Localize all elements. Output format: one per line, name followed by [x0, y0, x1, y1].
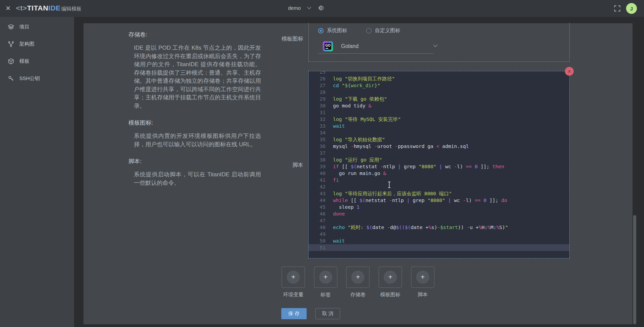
add-script-button[interactable]: +脚本 [411, 267, 434, 288]
add-box[interactable]: + [282, 267, 305, 288]
add-template-icon-button[interactable]: +模板图标 [379, 267, 402, 288]
add-storage-volume-button[interactable]: +存储卷 [346, 267, 369, 288]
line-content: sleep 1 [333, 204, 360, 210]
line-number: 36 [309, 143, 326, 150]
code-line-51[interactable]: 51 [309, 244, 569, 251]
add-box[interactable]: + [314, 267, 337, 288]
cancel-button[interactable]: 取 消 [315, 308, 340, 319]
sidebar-item-architecture[interactable]: 架构图 [0, 39, 74, 49]
code-line-48[interactable]: 48echo "耗时: $(date -d@$(($(date +%s)-$st… [309, 224, 569, 231]
gear-icon[interactable] [317, 5, 324, 11]
add-box[interactable]: + [346, 267, 369, 288]
line-number: 27 [309, 82, 326, 89]
fullscreen-icon[interactable] [614, 5, 621, 12]
code-line-30[interactable]: 30go mod tidy & [309, 102, 569, 109]
custom-icon-radio[interactable] [366, 28, 372, 33]
icon-select-value: Goland [341, 43, 359, 49]
template-icon-field-label: 模板图标 [236, 35, 303, 43]
layers-icon [8, 24, 14, 30]
plus-icon[interactable]: + [351, 271, 364, 284]
code-line-47[interactable]: 47 [309, 217, 569, 224]
sidebar-item-templates[interactable]: 模板 [0, 56, 74, 67]
code-line-26[interactable]: 26log "切换到项目工作路径" [309, 75, 569, 82]
add-button-label: 脚本 [418, 292, 428, 298]
close-icon[interactable]: ✕ [4, 5, 12, 12]
vertical-scrollbar[interactable] [633, 215, 636, 324]
script-editor[interactable]: ✕ 2526log "切换到项目工作路径"27cd "${work_dir}"2… [308, 71, 570, 258]
line-content: echo "耗时: $(date -d@$(($(date +%s)-$star… [333, 225, 508, 230]
code-line-35[interactable]: 35log "导入初始化数据" [309, 136, 569, 143]
add-labels-button[interactable]: +标签 [314, 267, 337, 288]
workspace-name[interactable]: demo [288, 5, 301, 11]
code-line-50[interactable]: 50wait [309, 237, 569, 244]
chevron-down-icon[interactable] [433, 44, 438, 47]
goland-icon: GO [323, 41, 333, 51]
code-line-37[interactable]: 37 [309, 150, 569, 156]
code-line-28[interactable]: 28 [309, 89, 569, 96]
sidebar-item-ssh-keys[interactable]: SSH公钥 [0, 73, 74, 84]
line-content: while [[ $(netstat -ntlp | grep "8080" |… [333, 198, 507, 203]
plus-icon[interactable]: + [416, 271, 429, 284]
code-line-43[interactable]: 43log "等待应用运行起来后，应该会监听 8080 端口" [309, 190, 569, 197]
line-content: mysql -hmysql -uroot -ppassword ga < adm… [333, 144, 469, 149]
system-icon-radio-label[interactable]: 系统图标 [327, 27, 347, 34]
sidebar-item-label: SSH公钥 [19, 75, 40, 82]
icon-select[interactable]: GO Goland [318, 39, 434, 54]
code-line-44[interactable]: 44while [[ $(netstat -ntlp | grep "8080"… [309, 197, 569, 204]
add-box[interactable]: + [379, 267, 402, 288]
code-area[interactable]: 2526log "切换到项目工作路径"27cd "${work_dir}"282… [309, 71, 569, 258]
line-number: 49 [309, 231, 326, 237]
logo-accent: IDE [48, 4, 61, 12]
line-number: 37 [309, 150, 326, 156]
custom-icon-radio-label[interactable]: 自定义图标 [375, 27, 400, 34]
code-line-38[interactable]: 38log "运行 go 应用" [309, 156, 569, 163]
code-line-45[interactable]: 45 sleep 1 [309, 204, 569, 210]
code-line-49[interactable]: 49 [309, 231, 569, 237]
workspace-switcher[interactable]: demo [288, 5, 324, 11]
code-line-33[interactable]: 33wait [309, 123, 569, 129]
plus-icon[interactable]: + [384, 271, 397, 284]
plus-icon[interactable]: + [319, 271, 332, 284]
line-number: 46 [309, 210, 326, 217]
code-line-31[interactable]: 31 [309, 109, 569, 116]
add-env-vars-button[interactable]: +环境变量 [282, 267, 305, 288]
help-column: 存储卷: IDE 是以 POD 工作在 K8s 节点之上的，因此开发环境内修改过… [128, 31, 261, 196]
system-icon-radio[interactable] [318, 28, 324, 33]
code-line-25[interactable]: 25 [309, 71, 569, 75]
code-line-36[interactable]: 36mysql -hmysql -uroot -ppassword ga < a… [309, 143, 569, 150]
code-line-27[interactable]: 27cd "${work_dir}" [309, 82, 569, 89]
plus-icon[interactable]: + [287, 271, 300, 284]
help-body-storage: IDE 是以 POD 工作在 K8s 节点之上的，因此开发环境内修改过文件在重启… [134, 44, 261, 110]
code-line-46[interactable]: 46done [309, 210, 569, 217]
sidebar-item-projects[interactable]: 项目 [0, 21, 74, 32]
code-line-40[interactable]: 40 go run main.go & [309, 170, 569, 177]
line-number: 48 [309, 224, 326, 231]
template-icon-field-group: 系统图标 自定义图标 GO Goland [308, 23, 570, 62]
code-line-42[interactable]: 42 [309, 183, 569, 190]
goland-icon-glyph: GO [325, 43, 331, 50]
code-line-32[interactable]: 32log "等待 MySQL 安装完毕" [309, 116, 569, 123]
code-line-41[interactable]: 41fi [309, 177, 569, 183]
avatar[interactable]: J [626, 3, 637, 14]
logo-main: TITAN [27, 4, 48, 12]
add-button-label: 存储卷 [350, 292, 365, 298]
chevron-down-icon[interactable] [307, 6, 311, 9]
code-line-39[interactable]: 39if [[ $(netstat -ntlp | grep "8080" | … [309, 163, 569, 170]
code-line-29[interactable]: 29log "下载 go 依赖包" [309, 96, 569, 102]
line-number: 30 [309, 102, 326, 109]
line-number: 34 [309, 129, 326, 136]
line-content: log "等待 MySQL 安装完毕" [333, 117, 401, 122]
line-number: 39 [309, 163, 326, 170]
add-box[interactable]: + [411, 267, 434, 288]
remove-script-icon[interactable]: ✕ [565, 67, 574, 76]
line-number: 28 [309, 89, 326, 96]
line-number: 40 [309, 170, 326, 177]
line-content: log "等待应用运行起来后，应该会监听 8080 端口" [333, 191, 452, 196]
line-number: 33 [309, 123, 326, 129]
line-number: 42 [309, 183, 326, 190]
icon-source-radio-group: 系统图标 自定义图标 [318, 27, 416, 34]
add-button-label: 环境变量 [283, 292, 304, 298]
code-line-34[interactable]: 34 [309, 129, 569, 136]
line-number: 43 [309, 190, 326, 197]
save-button[interactable]: 保 存 [281, 308, 307, 319]
